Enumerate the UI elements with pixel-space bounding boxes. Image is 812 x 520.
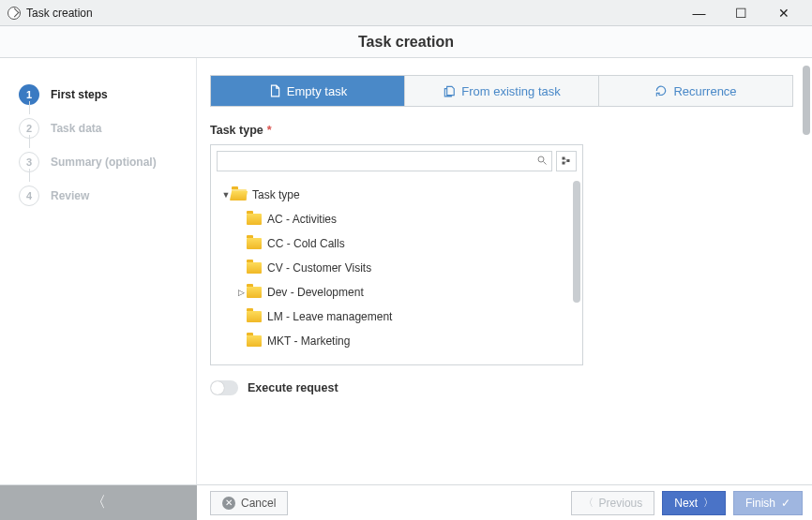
content-scrollbar[interactable] — [803, 66, 810, 135]
tree-node-label: Dev - Development — [267, 286, 364, 299]
source-tabs: Empty task From existing task Recurrence — [210, 75, 793, 107]
maximize-button[interactable]: ☐ — [720, 0, 762, 26]
folder-icon — [247, 311, 262, 322]
page-title: Task creation — [358, 34, 454, 51]
tree-toolbar — [211, 145, 582, 177]
app-icon — [8, 7, 21, 20]
window-title: Task creation — [26, 7, 93, 20]
step-label: Summary (optional) — [51, 156, 157, 169]
step-review[interactable]: 4 Review — [19, 182, 196, 210]
tree-body: ▼ Task type AC - Activities CC - Cold Ca… — [211, 177, 582, 364]
tree-node-label: LM - Leave management — [267, 310, 392, 323]
folder-icon — [247, 335, 262, 347]
button-label: Next — [674, 497, 698, 510]
task-type-label: Task type * — [210, 124, 793, 137]
tree-search-input[interactable] — [218, 152, 551, 171]
search-icon[interactable] — [536, 155, 548, 169]
footer: 〈 ✕ Cancel 〈 Previous Next 〉 Finish ✓ — [0, 484, 812, 520]
svg-rect-3 — [563, 162, 565, 165]
svg-rect-2 — [563, 157, 565, 160]
folder-icon — [247, 214, 262, 225]
tab-empty-task[interactable]: Empty task — [211, 76, 404, 106]
tree-node-label: CV - Customer Visits — [267, 261, 371, 275]
caret-right-icon[interactable]: ▷ — [235, 288, 247, 297]
execute-request-label: Execute request — [248, 381, 338, 394]
cancel-icon: ✕ — [222, 497, 235, 510]
content-area: Empty task From existing task Recurrence… — [197, 58, 812, 484]
task-type-panel: ▼ Task type AC - Activities CC - Cold Ca… — [210, 144, 583, 365]
tree-item-marketing[interactable]: MKT - Marketing — [211, 329, 582, 353]
copy-icon — [443, 84, 456, 97]
tree-scrollbar[interactable] — [573, 181, 580, 303]
step-task-data[interactable]: 2 Task data — [19, 114, 196, 142]
cancel-button[interactable]: ✕ Cancel — [210, 491, 288, 515]
folder-icon — [247, 238, 262, 249]
svg-line-1 — [544, 162, 547, 165]
step-label: Task data — [51, 122, 101, 135]
finish-button[interactable]: Finish ✓ — [733, 491, 803, 515]
back-pane-button[interactable]: 〈 — [0, 485, 197, 521]
folder-open-icon — [232, 189, 247, 201]
label-text: Task type — [210, 124, 263, 137]
tree-node-label: CC - Cold Calls — [267, 237, 345, 250]
tree-node-label: AC - Activities — [267, 213, 337, 226]
tree-item-activities[interactable]: AC - Activities — [211, 207, 582, 231]
tree-item-cold-calls[interactable]: CC - Cold Calls — [211, 231, 582, 256]
tree-item-leave-management[interactable]: LM - Leave management — [211, 305, 582, 329]
tree-node-label: Task type — [252, 188, 300, 201]
refresh-icon — [654, 84, 668, 97]
page-header: Task creation — [0, 26, 812, 58]
chevron-left-icon: 〈 — [583, 496, 594, 510]
step-summary[interactable]: 3 Summary (optional) — [19, 148, 196, 176]
tree-item-development[interactable]: ▷ Dev - Development — [211, 280, 582, 305]
chevron-left-icon: 〈 — [91, 493, 106, 513]
tree-expand-button[interactable] — [556, 151, 577, 171]
tab-label: From existing task — [461, 84, 560, 98]
button-label: Previous — [599, 497, 643, 510]
chevron-right-icon: 〉 — [703, 496, 714, 510]
svg-point-0 — [538, 156, 544, 162]
file-icon — [268, 84, 281, 97]
step-label: Review — [51, 189, 89, 202]
button-label: Cancel — [241, 497, 276, 510]
folder-icon — [247, 262, 262, 274]
step-label: First steps — [51, 88, 108, 101]
minimize-button[interactable]: — — [678, 0, 720, 26]
svg-line-5 — [565, 158, 567, 161]
execute-request-row: Execute request — [210, 380, 793, 395]
step-connector — [29, 135, 31, 148]
tab-recurrence[interactable]: Recurrence — [598, 76, 792, 106]
tab-from-existing[interactable]: From existing task — [404, 76, 598, 106]
required-asterisk: * — [267, 124, 272, 137]
next-button[interactable]: Next 〉 — [662, 491, 726, 515]
svg-rect-4 — [567, 159, 570, 162]
check-icon: ✓ — [781, 497, 790, 510]
tree-root[interactable]: ▼ Task type — [211, 183, 582, 207]
execute-request-toggle[interactable] — [210, 380, 238, 395]
close-button[interactable]: ✕ — [762, 0, 804, 26]
tree-search-box — [217, 151, 552, 171]
tree-item-customer-visits[interactable]: CV - Customer Visits — [211, 256, 582, 280]
main-area: 1 First steps 2 Task data 3 Summary (opt… — [0, 58, 812, 484]
title-bar: Task creation — ☐ ✕ — [0, 0, 812, 26]
tree-node-label: MKT - Marketing — [267, 334, 350, 348]
folder-icon — [247, 287, 262, 298]
svg-line-6 — [565, 161, 567, 164]
step-connector — [29, 169, 31, 182]
button-label: Finish — [745, 497, 775, 510]
window-controls: — ☐ ✕ — [678, 0, 804, 26]
footer-actions: ✕ Cancel 〈 Previous Next 〉 Finish ✓ — [197, 491, 803, 515]
step-number: 4 — [19, 186, 39, 206]
tab-label: Recurrence — [673, 84, 736, 98]
wizard-steps-sidebar: 1 First steps 2 Task data 3 Summary (opt… — [0, 58, 197, 484]
step-first-steps[interactable]: 1 First steps — [19, 81, 196, 109]
step-connector — [29, 101, 31, 114]
previous-button[interactable]: 〈 Previous — [571, 491, 655, 515]
tab-label: Empty task — [287, 84, 347, 98]
